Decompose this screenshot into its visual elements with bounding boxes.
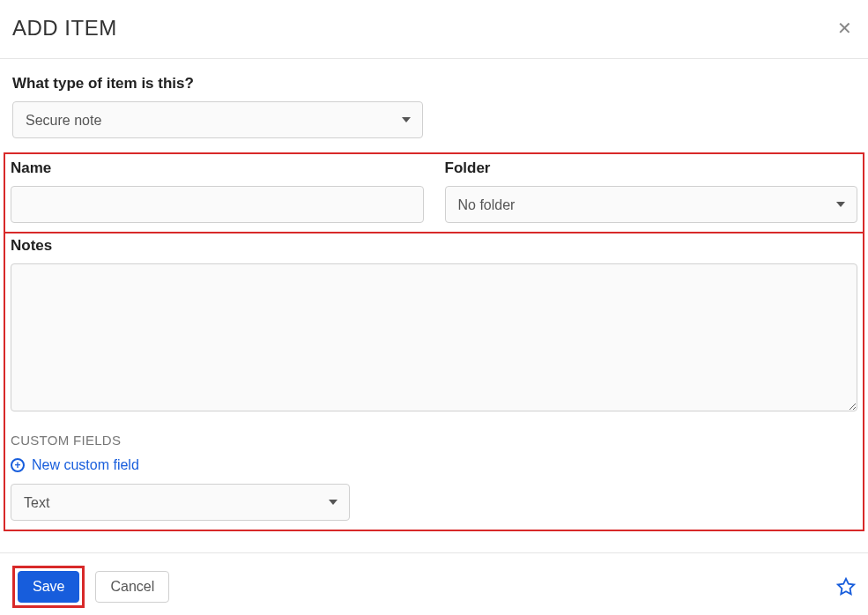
- footer-actions: Save Cancel: [12, 566, 169, 608]
- folder-column: Folder No folder: [445, 159, 858, 223]
- name-label: Name: [11, 159, 424, 177]
- item-type-select-wrapper: Secure note: [12, 101, 423, 138]
- close-button[interactable]: ✕: [834, 18, 856, 39]
- notes-textarea[interactable]: [11, 263, 857, 411]
- custom-fields-heading: CUSTOM FIELDS: [11, 433, 857, 448]
- name-column: Name: [11, 159, 424, 223]
- cancel-button[interactable]: Cancel: [95, 571, 169, 603]
- svg-marker-0: [838, 579, 854, 594]
- folder-label: Folder: [445, 159, 858, 177]
- modal-title: ADD ITEM: [12, 16, 117, 41]
- folder-select[interactable]: No folder: [445, 186, 858, 223]
- item-type-select[interactable]: Secure note: [12, 101, 423, 138]
- name-folder-row: Name Folder No folder: [11, 159, 857, 223]
- new-custom-field-link[interactable]: + New custom field: [11, 457, 139, 473]
- custom-field-type-select[interactable]: Text: [11, 484, 350, 521]
- save-button[interactable]: Save: [18, 571, 79, 603]
- modal-header: ADD ITEM ✕: [0, 0, 868, 59]
- plus-circle-icon: +: [11, 458, 25, 472]
- save-highlight-box: Save: [12, 566, 85, 608]
- modal-footer: Save Cancel: [0, 552, 868, 615]
- notes-label: Notes: [11, 237, 857, 255]
- modal-content: What type of item is this? Secure note N…: [0, 59, 868, 540]
- name-input[interactable]: [11, 186, 424, 223]
- folder-select-wrapper: No folder: [445, 186, 858, 223]
- item-type-label: What type of item is this?: [12, 75, 856, 93]
- new-custom-field-text: New custom field: [32, 457, 139, 473]
- highlight-notes-fields: Notes CUSTOM FIELDS + New custom field T…: [4, 233, 864, 531]
- field-type-select-wrapper: Text: [11, 484, 350, 521]
- item-type-section: What type of item is this? Secure note: [12, 75, 856, 138]
- favorite-star-icon[interactable]: [836, 577, 856, 596]
- highlight-name-folder: Name Folder No folder: [4, 152, 864, 233]
